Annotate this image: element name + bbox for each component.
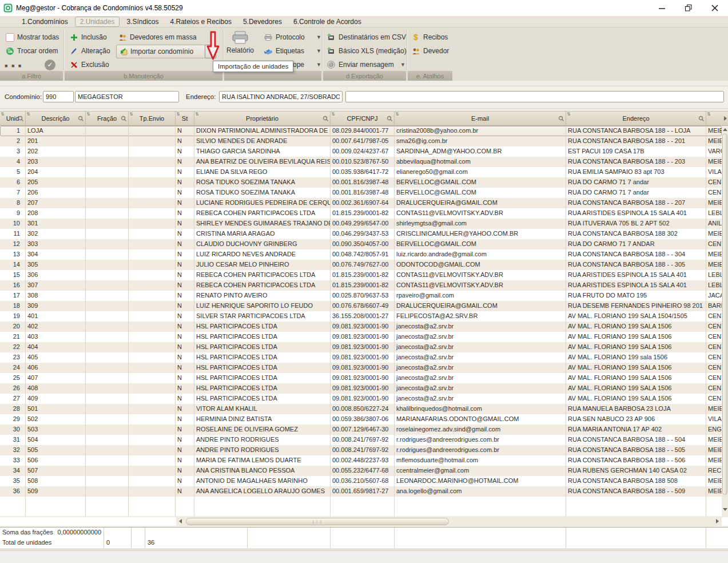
table-row[interactable]: 7206NROSA TIDUKO SOEZIMA TANAKA00.001.81… [0,188,722,198]
devedores-em-massa-button[interactable]: Devedores em massa [117,31,197,43]
protocolo-button[interactable]: Protocolo [263,31,312,43]
table-row[interactable]: 26408NHSL PARTICIPACOES LTDA09.081.923/0… [0,383,722,394]
table-row[interactable]: 5204NELIANE DA SILVA REGO00.035.938/6417… [0,167,722,177]
scroll-up-icon[interactable] [723,128,727,131]
etiquetas-button[interactable]: Etiquetas [263,45,312,57]
condo-endereco-field[interactable] [219,91,343,102]
table-row[interactable]: 23405NHSL PARTICIPACOES LTDA09.081.923/0… [0,352,722,363]
recibos-button[interactable]: $ Recibos [411,31,448,43]
table-row[interactable]: 31504NANDRE PINTO RODRIGUES00.008.241/76… [0,435,722,445]
search-icon[interactable] [323,116,329,122]
close-button[interactable] [702,0,728,16]
horizontal-scrollbar-thumb[interactable]: ❘❘❘ [186,518,449,525]
table-row[interactable]: 25407NHSL PARTICIPACOES LTDA09.081.923/0… [0,373,722,383]
trocar-ordem-button[interactable]: Trocar ordem [5,45,58,57]
protocolo-dropdown[interactable]: ▼ [313,31,321,43]
table-row[interactable]: 4203NANA BEATRIZ DE OLIVEIRA BEVILAQUA R… [0,157,722,167]
enviar-mensagem-button[interactable]: @ Enviar mensagem [326,58,394,71]
tab-controle-acordos[interactable]: 6.Controle de Acordos [289,17,366,26]
column-header-Descrição[interactable]: ⇅Descrição [26,112,86,125]
table-row[interactable]: 36509NANA ANGELICA LOGELLO ARAUJO GOMES0… [0,486,722,497]
table-row[interactable]: 21403NHSL PARTICIPACOES LTDA09.081.923/0… [0,332,722,342]
table-row[interactable]: 11302NCRISTINA MARIA ARAGAO00.046.299/34… [0,229,722,239]
table-row[interactable]: 17308NRENATO PINTO AVEIRO00.025.870/9637… [0,291,722,301]
etiquetas-dropdown[interactable]: ▼ [313,45,321,57]
table-row[interactable]: 15306NREBECA COHEN PARTICIPACOES LTDA01.… [0,270,722,280]
table-row[interactable]: 16307NREBECA COHEN PARTICIPACOES LTDA01.… [0,280,722,291]
table-row[interactable]: 30503NROSELAINE DE OLIVEIRA GOMEZ00.007.… [0,425,722,435]
scroll-right-icon[interactable] [716,519,719,524]
table-row[interactable]: 34507NANA CRISTINA BLANCO PESSOA00.055.2… [0,466,722,476]
importar-condominio-button[interactable]: Importar condomínio [116,45,205,58]
scroll-left-icon[interactable] [179,519,182,524]
table-cell: RUA DO CARMO 71 7 ANDAR [566,239,706,249]
column-header-Unid[interactable]: ⇅Unid [0,112,26,125]
scroll-down-icon[interactable] [723,508,727,511]
enviar-mensagem-dropdown[interactable]: ▼ [397,58,405,71]
devedor-button[interactable]: Devedor [411,45,449,57]
table-row[interactable]: 6205NROSA TIDUKO SOEZIMA TANAKA00.001.81… [0,177,722,188]
relatorio-button[interactable]: Relatório [225,31,255,54]
table-row[interactable]: 19401NSILVER STAR PARTICIPACOES LTDA36.1… [0,311,722,322]
table-cell: 00.035.938/6417-72 [331,167,395,177]
tab-condominios[interactable]: 1.Condomínios [17,17,73,26]
inclusao-button[interactable]: Inclusão [69,31,107,43]
table-row[interactable]: 20402NHSL PARTICIPACOES LTDA09.081.923/0… [0,322,722,332]
column-header-Endereço[interactable]: ⇅Endereço [566,112,706,125]
exclusao-button[interactable]: Exclusão [69,58,109,71]
table-row[interactable]: 29502NHERMINIA DINIZ BATISTA00.059.386/3… [0,414,722,425]
table-cell: 309 [26,301,86,311]
tab-rateios-recibos[interactable]: 4.Rateios e Recibos [165,17,236,26]
table-row[interactable]: 24406NHSL PARTICIPACOES LTDA09.081.923/0… [0,363,722,373]
vertical-scrollbar-thumb[interactable] [722,133,727,495]
table-row[interactable]: 35508NANTONIO DE MAGALHAES MARINHO00.036… [0,476,722,486]
vertical-scrollbar[interactable] [722,126,728,516]
restore-button[interactable] [675,0,702,16]
column-header-Tp.Envio[interactable]: ⇅Tp.Envio [129,112,176,125]
column-header-Proprietário[interactable]: ⇅Proprietário [194,112,331,125]
column-header-Fração[interactable]: ⇅Fração [86,112,129,125]
table-row[interactable]: 28501NVITOR ALAM KHALIL00.008.850/6227-2… [0,404,722,414]
horizontal-scrollbar[interactable]: ❘❘❘ [176,517,722,526]
condo-code-field[interactable] [43,91,74,102]
table-row[interactable]: 12303NCLAUDIO DUCHOVNY GRINBERG00.090.35… [0,239,722,249]
tab-unidades[interactable]: 2.Unidades [75,17,120,27]
tab-devedores[interactable]: 5.Devedores [238,17,287,26]
search-icon[interactable] [78,116,84,122]
minimize-button[interactable] [649,0,675,16]
table-row[interactable]: 32505NANDRE PINTO RODRIGUES00.008.241/76… [0,445,722,455]
scroll-right-hint[interactable] [722,111,728,126]
confirm-button[interactable]: ✓ [45,58,55,71]
search-icon[interactable] [18,116,24,122]
table-row[interactable]: 27409NHSL PARTICIPACOES LTDA09.081.923/0… [0,394,722,404]
sort-icon: ⇅ [567,112,571,117]
column-header-E-mail[interactable]: ⇅E-mail [395,112,566,125]
column-header-St[interactable]: ⇅St [176,112,194,125]
search-icon[interactable] [387,116,393,122]
mostrar-todas-checkbox[interactable]: Mostrar todas [5,31,59,43]
grid-options-button[interactable]: ■ ■ ■ [5,60,22,72]
basico-xls-button[interactable]: Básico XLS (medição) [326,45,407,57]
table-row[interactable]: 1LOJANDIXON PATRIMONIAL ADMINISTRADORA D… [0,126,722,136]
table-row[interactable]: 18309NLUIZ HENRIQUE SAPORITO LO FEUDO00.… [0,301,722,311]
destinatarios-csv-button[interactable]: Destinatários em CSV [326,31,406,43]
condo-extra-field[interactable] [345,91,724,102]
table-row[interactable]: 14305NJULIO CESAR MELO PINHEIRO00.076.74… [0,260,722,270]
table-row[interactable]: 8207NLUCIANE RODRIGUES PEDREIRA DE CERQU… [0,198,722,208]
column-header-extra[interactable]: ⇅ [706,112,722,125]
search-icon[interactable] [698,116,705,122]
alteracao-button[interactable]: Alteração [69,45,110,57]
table-row[interactable]: 2201NSILVIO MENDES DE ANDRADE00.007.641/… [0,136,722,146]
column-header-CPF/CNPJ[interactable]: ⇅CPF/CNPJ [331,112,395,125]
search-icon[interactable] [558,116,564,122]
envelope-dropdown[interactable]: ▼ [313,58,321,71]
tab-sindicos[interactable]: 3.Síndicos [122,17,163,26]
table-row[interactable]: 9208NREBECA COHEN PARTICIPACOES LTDA01.8… [0,208,722,219]
table-row[interactable]: 3202NTHIAGO GARCIA SARDINHA00.009.024/42… [0,146,722,157]
table-row[interactable]: 13304NLUIZ RICARDO NEVES ANDRADE00.048.7… [0,249,722,260]
search-icon[interactable] [121,116,127,122]
table-row[interactable]: 22404NHSL PARTICIPACOES LTDA09.081.923/0… [0,342,722,352]
table-row[interactable]: 33506NMARIA DE FATIMA LEMOS DUARTE00.002… [0,455,722,466]
table-row[interactable]: 10301NSHIRLEY MENDES GUIMARAES TRAJANO D… [0,219,722,229]
condo-name-field[interactable] [75,91,179,102]
